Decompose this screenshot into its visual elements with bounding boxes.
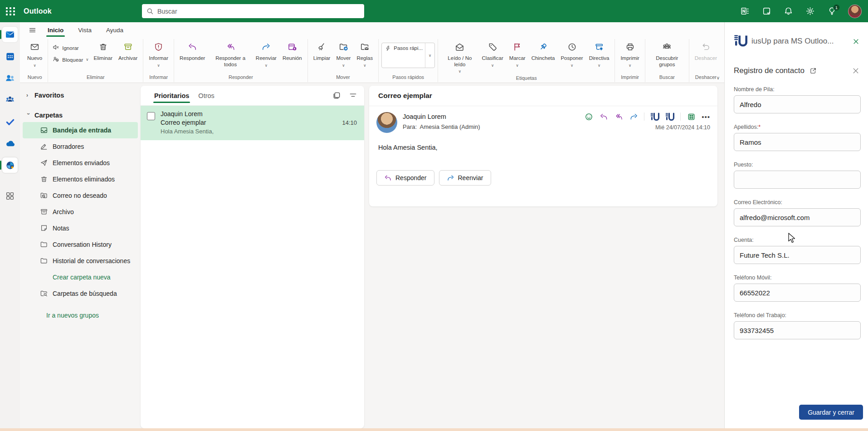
rail-onedrive-icon[interactable] [2, 136, 18, 151]
ribbon-group-pasos-rapidos: Pasos rápi... ∨ Pasos rápidos [379, 39, 438, 82]
app-launcher-button[interactable] [0, 0, 21, 22]
rail-calendar-icon[interactable] [2, 49, 18, 64]
iusup-addin-icon[interactable] [650, 112, 659, 121]
quick-steps-box[interactable]: Pasos rápi... ∨ [381, 43, 435, 68]
leido-noleido-button[interactable]: Leído / No leído ∨ [441, 39, 478, 74]
puesto-field[interactable] [734, 171, 861, 189]
directiva-button[interactable]: Directiva ∨ [586, 39, 612, 68]
settings-icon[interactable] [805, 6, 815, 17]
nombre-field[interactable] [734, 95, 861, 113]
apps-grid-icon[interactable] [687, 112, 696, 121]
hamburger-menu-button[interactable] [24, 24, 40, 37]
reglas-button[interactable]: Reglas ∨ [354, 39, 375, 68]
rail-todo-icon[interactable] [2, 114, 18, 129]
filter-icon[interactable] [349, 91, 358, 100]
archivar-button[interactable]: Archivar [116, 39, 140, 63]
form-title: Registro de contacto [734, 66, 805, 75]
policy-icon [595, 42, 604, 54]
more-options-icon[interactable]: ••• [702, 113, 710, 121]
folder-archive[interactable]: Archivo [23, 204, 138, 220]
forward-icon [447, 174, 454, 182]
message-list-item[interactable]: Joaquin Lorem Correo ejemplar Hola Amesi… [141, 106, 364, 140]
ribbon-buttons-row: Nuevo ∨ Nuevo Ignorar [20, 38, 724, 82]
tab-prioritarios[interactable]: Prioritarios [150, 88, 194, 104]
close-form-icon[interactable] [851, 66, 861, 76]
folders-header[interactable]: › Carpetas [20, 108, 141, 122]
ignorar-button[interactable]: Ignorar [51, 44, 90, 52]
tab-ayuda[interactable]: Ayuda [99, 24, 130, 36]
ribbon-group-imprimir: Imprimir ∨ Imprimir [615, 39, 645, 82]
apellidos-field[interactable] [734, 133, 861, 151]
go-to-groups-link[interactable]: Ir a nuevos grupos [23, 307, 138, 323]
emoji-reaction-icon[interactable] [584, 112, 593, 121]
reply-all-icon[interactable] [614, 112, 623, 121]
descubrir-grupos-button[interactable]: Descubrir grupos [648, 39, 686, 69]
reunion-button[interactable]: Reunión [280, 39, 305, 63]
iusup-addin-icon-2[interactable] [665, 112, 674, 121]
search-input[interactable]: Buscar [142, 4, 364, 18]
responder-todos-button[interactable]: Responder a todos [208, 39, 253, 69]
create-folder-link[interactable]: Crear carpeta nueva [23, 269, 138, 285]
close-addin-icon[interactable] [851, 36, 861, 46]
tab-vista[interactable]: Vista [71, 24, 98, 36]
clasificar-button[interactable]: Clasificar ∨ [479, 39, 506, 68]
rail-more-apps-icon[interactable] [2, 188, 18, 204]
folder-historial[interactable]: Historial de conversaciones [23, 253, 138, 269]
open-external-icon[interactable] [809, 67, 817, 75]
folder-inbox[interactable]: Bandeja de entrada [23, 122, 138, 138]
forward-button[interactable]: Reenviar [439, 170, 491, 186]
eliminar-button[interactable]: Eliminar [91, 39, 116, 63]
message-subject: Correo ejemplar [161, 119, 214, 126]
tips-bulb-icon[interactable]: 1 [826, 6, 837, 17]
folder-notes[interactable]: Notas [23, 220, 138, 236]
mail-recipient[interactable]: Amesia Sentia (Admin) [420, 123, 480, 130]
collapse-ribbon-chevron[interactable]: ∨ [717, 75, 720, 80]
sent-icon [40, 159, 48, 167]
tab-inicio[interactable]: Inicio [41, 24, 70, 36]
folder-deleted[interactable]: Elementos eliminados [23, 171, 138, 187]
cuenta-field[interactable] [734, 246, 861, 264]
folder-search-folders[interactable]: Carpetas de búsqueda [23, 285, 138, 302]
mail-action-icons: ••• [584, 112, 710, 121]
chevron-down-icon: ∨ [516, 64, 519, 68]
deshacer-button[interactable]: Deshacer [692, 39, 720, 63]
folder-sent[interactable]: Elementos enviados [23, 155, 138, 171]
folder-conversation-history[interactable]: Conversation History [23, 236, 138, 253]
bloquear-button[interactable]: Bloquear ∨ [51, 55, 90, 64]
ribbon-group-mover: Limpiar Mover ∨ Reglas ∨ Mover [308, 39, 379, 82]
correo-field[interactable] [734, 208, 861, 226]
save-close-button[interactable]: Guardar y cerrar [799, 405, 863, 420]
responder-button[interactable]: Responder [177, 39, 208, 63]
chevron-down-icon: ∨ [157, 64, 160, 68]
telefono-movil-field[interactable] [734, 284, 861, 302]
limpiar-button[interactable]: Limpiar [311, 39, 333, 63]
message-checkbox[interactable] [147, 112, 155, 120]
select-messages-icon[interactable] [332, 91, 341, 100]
favorites-header[interactable]: › Favoritos [20, 88, 141, 102]
rail-people-icon[interactable] [2, 70, 18, 86]
nuevo-button[interactable]: Nuevo ∨ [24, 39, 45, 68]
chincheta-button[interactable]: Chincheta [529, 39, 558, 63]
onenote-feed-icon[interactable] [739, 6, 750, 17]
rail-mail-icon[interactable] [2, 27, 18, 42]
folder-junk[interactable]: Correo no deseado [23, 187, 138, 204]
rail-addin-icon[interactable] [2, 157, 18, 173]
folder-drafts[interactable]: Borradores [23, 138, 138, 155]
marcar-button[interactable]: Marcar ∨ [507, 39, 528, 68]
reenviar-button[interactable]: Reenviar ∨ [253, 39, 279, 68]
sender-avatar[interactable] [376, 112, 397, 133]
notes-icon[interactable] [761, 6, 772, 17]
telefono-trabajo-field[interactable] [734, 321, 861, 339]
reply-icon[interactable] [599, 112, 608, 121]
tab-otros[interactable]: Otros [194, 88, 219, 104]
informar-button[interactable]: Informar ∨ [146, 39, 171, 68]
account-avatar[interactable] [848, 5, 862, 18]
forward-icon[interactable] [629, 112, 638, 121]
quick-steps-dropdown[interactable]: ∨ [425, 43, 434, 68]
reply-button[interactable]: Responder [376, 170, 434, 186]
imprimir-button[interactable]: Imprimir ∨ [618, 39, 642, 68]
notifications-icon[interactable] [783, 6, 794, 17]
posponer-button[interactable]: Posponer ∨ [558, 39, 585, 68]
rail-groups-icon[interactable] [2, 92, 18, 108]
mover-button[interactable]: Mover ∨ [333, 39, 353, 68]
